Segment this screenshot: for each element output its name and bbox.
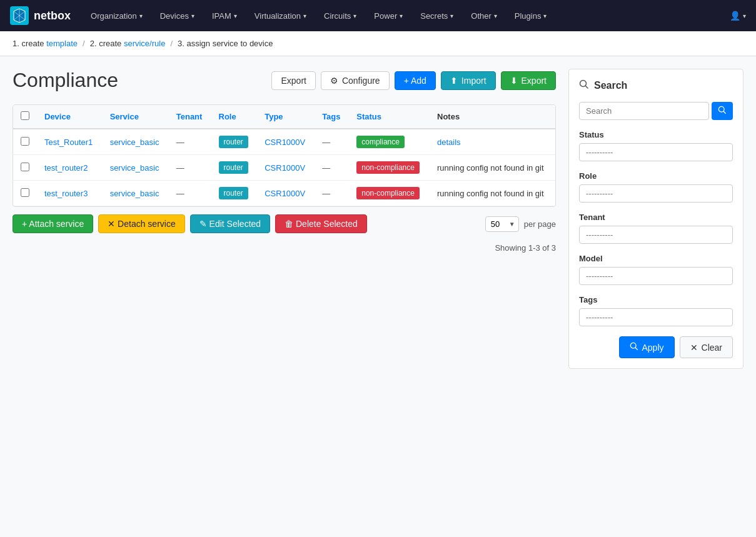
col-status[interactable]: Status <box>349 105 430 129</box>
navbar: netbox Organization ▾ Devices ▾ IPAM ▾ V… <box>0 0 756 31</box>
clear-button[interactable]: ✕ Clear <box>680 336 733 358</box>
cell-notes: running config not found in git <box>430 181 555 206</box>
cell-status: compliance <box>349 129 430 155</box>
filter-tenant-input[interactable] <box>579 226 733 244</box>
col-role[interactable]: Role <box>211 105 258 129</box>
nav-secrets[interactable]: Secrets ▾ <box>413 6 461 26</box>
service-link[interactable]: service_basic <box>110 189 159 198</box>
col-service[interactable]: Service <box>103 105 169 129</box>
nav-circuits[interactable]: Circuits ▾ <box>316 6 364 26</box>
col-notes: Notes <box>430 105 555 129</box>
filter-role-input[interactable] <box>579 184 733 203</box>
row-checkbox[interactable] <box>21 188 29 197</box>
breadcrumb-service-rule-link[interactable]: service/rule <box>124 39 165 48</box>
apply-button[interactable]: Apply <box>619 336 675 358</box>
col-type[interactable]: Type <box>257 105 315 129</box>
filter-model-input[interactable] <box>579 267 733 285</box>
filter-role-label: Role <box>579 171 733 181</box>
table-header: Device Service Tenant Role Type Tags Sta… <box>13 105 555 129</box>
filter-tags-input[interactable] <box>579 308 733 326</box>
add-button[interactable]: + Add <box>395 71 436 90</box>
chevron-down-icon: ▾ <box>400 13 403 19</box>
chevron-down-icon: ▾ <box>543 13 547 19</box>
notes-link[interactable]: details <box>437 138 461 147</box>
type-link[interactable]: CSR1000V <box>265 189 305 198</box>
row-checkbox[interactable] <box>21 137 29 146</box>
row-checkbox[interactable] <box>21 163 29 171</box>
apply-icon <box>630 342 638 353</box>
chevron-down-icon: ▾ <box>494 13 497 19</box>
status-badge: compliance <box>356 136 405 148</box>
breadcrumb-template-link[interactable]: template <box>46 39 78 48</box>
export-default-button[interactable]: Export <box>271 71 315 90</box>
service-link[interactable]: service_basic <box>110 138 159 147</box>
filter-status-input[interactable] <box>579 143 733 161</box>
nav-ipam[interactable]: IPAM ▾ <box>204 6 244 26</box>
user-icon: 👤 <box>730 11 740 21</box>
status-badge: non-compliance <box>356 161 420 174</box>
cell-tags: — <box>315 181 349 206</box>
per-page-select[interactable]: 10 25 50 100 250 <box>485 216 519 232</box>
import-icon: ⬆ <box>450 76 458 86</box>
search-button[interactable] <box>712 102 733 120</box>
edit-selected-button[interactable]: ✎ Edit Selected <box>190 214 270 233</box>
cell-tags: — <box>315 155 349 181</box>
chevron-down-icon: ▾ <box>191 13 194 19</box>
cell-status: non-compliance <box>349 181 430 206</box>
col-tags[interactable]: Tags <box>315 105 349 129</box>
configure-button[interactable]: ⚙ Configure <box>321 71 390 90</box>
search-input[interactable] <box>579 102 709 120</box>
attach-service-button[interactable]: + Attach service <box>13 214 93 233</box>
import-button[interactable]: ⬆ Import <box>441 71 496 90</box>
breadcrumb-step-2: 2. create service/rule <box>90 39 166 48</box>
type-link[interactable]: CSR1000V <box>265 163 305 173</box>
search-icon <box>579 79 589 92</box>
device-link[interactable]: test_router3 <box>44 189 88 198</box>
col-device[interactable]: Device <box>37 105 103 129</box>
nav-devices[interactable]: Devices ▾ <box>153 6 202 26</box>
status-badge: non-compliance <box>356 187 420 199</box>
cell-type: CSR1000V <box>257 181 315 206</box>
chevron-down-icon: ▾ <box>139 13 143 19</box>
cell-device: Test_Router1 <box>37 129 103 155</box>
user-menu[interactable]: 👤 ▾ <box>730 11 746 21</box>
device-link[interactable]: test_router2 <box>44 163 88 173</box>
chevron-down-icon: ▾ <box>303 13 306 19</box>
filter-tenant-label: Tenant <box>579 213 733 222</box>
device-link[interactable]: Test_Router1 <box>44 138 93 147</box>
brand-logo[interactable]: netbox <box>10 6 71 25</box>
nav-other[interactable]: Other ▾ <box>463 6 505 26</box>
cell-notes: details <box>430 129 555 155</box>
cell-tenant: — <box>169 155 211 181</box>
select-all-checkbox[interactable] <box>21 111 29 120</box>
filter-tags-group: Tags <box>579 295 733 326</box>
cell-role: router <box>211 181 258 206</box>
nav-right: 👤 ▾ <box>730 11 746 21</box>
detach-service-button[interactable]: ✕ Detach service <box>98 214 184 233</box>
nav-virtualization[interactable]: Virtualization ▾ <box>247 6 314 26</box>
cell-service: service_basic <box>103 155 169 181</box>
svg-line-6 <box>635 348 637 349</box>
nav-plugins[interactable]: Plugins ▾ <box>507 6 555 26</box>
nav-organization[interactable]: Organization ▾ <box>83 6 150 26</box>
filter-model-label: Model <box>579 254 733 263</box>
cell-role: router <box>211 155 258 181</box>
filter-tags-label: Tags <box>579 295 733 304</box>
sidebar-panel: Search Status Role Tenant <box>568 69 743 369</box>
cell-notes: running config not found in git <box>430 155 555 181</box>
delete-selected-button[interactable]: 🗑 Delete Selected <box>275 214 367 233</box>
bottom-actions: + Attach service ✕ Detach service ✎ Edit… <box>13 207 556 241</box>
content-area: Compliance Export ⚙ Configure + Add ⬆ Im… <box>13 69 556 369</box>
close-icon: ✕ <box>690 343 698 353</box>
sidebar-title: Search <box>579 79 733 92</box>
table-row: Test_Router1 service_basic — router CSR1… <box>13 129 555 155</box>
role-badge: router <box>219 161 248 174</box>
nav-items: Organization ▾ Devices ▾ IPAM ▾ Virtuali… <box>83 6 730 26</box>
col-tenant[interactable]: Tenant <box>169 105 211 129</box>
nav-power[interactable]: Power ▾ <box>366 6 410 26</box>
export-button[interactable]: ⬇ Export <box>501 71 556 90</box>
type-link[interactable]: CSR1000V <box>265 138 305 147</box>
filter-tenant-group: Tenant <box>579 213 733 244</box>
service-link[interactable]: service_basic <box>110 163 159 173</box>
filter-status-label: Status <box>579 130 733 139</box>
